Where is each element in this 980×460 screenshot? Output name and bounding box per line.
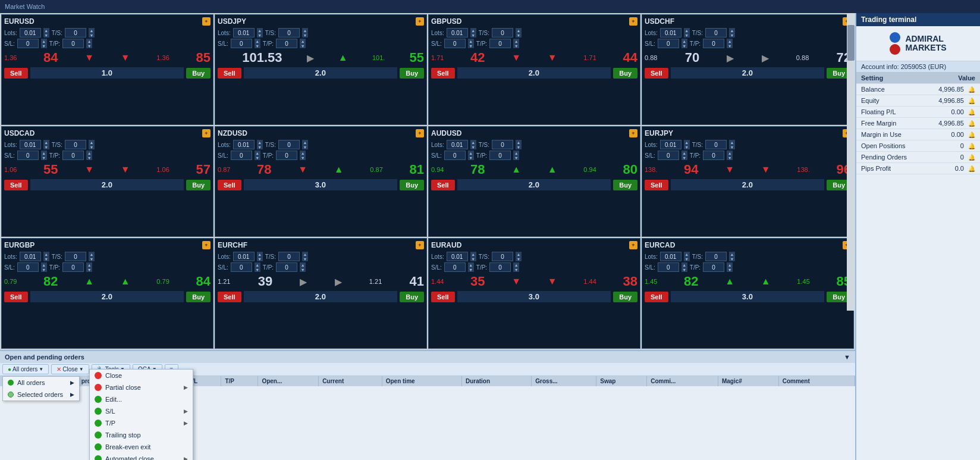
lots-down[interactable]: ▼ [43,256,49,261]
tp-input[interactable] [703,151,724,160]
sell-button[interactable]: Sell [218,292,241,302]
lots-down[interactable]: ▼ [257,256,263,261]
lots-up[interactable]: ▲ [257,252,263,256]
tp-input[interactable] [62,39,84,48]
ts-up[interactable]: ▲ [729,28,735,33]
dropdown-selected-orders[interactable]: Selected orders ▶ [3,389,79,400]
ts-up[interactable]: ▲ [89,28,95,33]
ts-input[interactable] [705,252,727,261]
sl-input[interactable] [658,262,679,272]
tp-down[interactable]: ▼ [513,267,519,272]
tp-up[interactable]: ▲ [727,262,733,267]
lots-up[interactable]: ▲ [257,28,263,33]
tp-down[interactable]: ▼ [300,43,306,48]
ts-input[interactable] [65,252,86,261]
lots-down[interactable]: ▼ [684,256,690,261]
lots-input[interactable] [20,252,41,261]
lots-input[interactable] [20,140,41,149]
sell-button[interactable]: Sell [431,292,455,302]
buy-button[interactable]: Buy [613,180,637,190]
all-orders-button[interactable]: ● All orders ▼ [2,364,49,374]
tp-input[interactable] [62,262,84,272]
sl-down[interactable]: ▼ [255,267,260,272]
ts-input[interactable] [705,28,727,37]
lots-down[interactable]: ▼ [470,33,476,37]
card-plus-icon[interactable]: + [629,241,637,249]
sl-input[interactable] [444,262,466,272]
ts-down[interactable]: ▼ [729,256,735,261]
ctx-menu-item-close[interactable]: Close [90,370,193,381]
ts-down[interactable]: ▼ [302,33,308,37]
ctx-menu-item-t/p[interactable]: T/P ▶ [90,417,193,429]
col-magic-[interactable]: Magic# [718,376,778,386]
ts-up[interactable]: ▲ [302,252,308,256]
lots-input[interactable] [660,28,681,37]
lots-down[interactable]: ▼ [684,145,690,149]
tp-up[interactable]: ▲ [513,262,519,267]
sl-down[interactable]: ▼ [255,155,260,160]
card-plus-icon[interactable]: + [629,129,637,137]
tp-up[interactable]: ▲ [513,39,519,43]
lots-up[interactable]: ▲ [43,252,49,256]
sl-input[interactable] [658,39,679,48]
ctx-menu-item-s/l[interactable]: S/L ▶ [90,405,193,417]
close-button[interactable]: ✕ Close ▼ [51,364,89,374]
ts-up[interactable]: ▲ [516,252,522,256]
buy-button[interactable]: Buy [186,180,211,190]
tp-down[interactable]: ▼ [727,43,733,48]
sl-input[interactable] [658,151,679,160]
lots-up[interactable]: ▲ [43,28,49,33]
lots-down[interactable]: ▼ [684,33,690,37]
col-gross---[interactable]: Gross... [532,376,596,386]
sl-up[interactable]: ▲ [255,262,260,267]
col-t-p[interactable]: T/P [221,376,258,386]
sl-up[interactable]: ▲ [255,39,260,43]
col-duration[interactable]: Duration [461,376,531,386]
ts-down[interactable]: ▼ [516,256,522,261]
lots-input[interactable] [233,252,255,261]
col-open-time[interactable]: Open time [382,376,461,386]
card-plus-icon[interactable]: + [629,17,637,26]
lots-up[interactable]: ▲ [470,140,476,145]
sl-input[interactable] [231,262,252,272]
sl-down[interactable]: ▼ [41,43,47,48]
tp-up[interactable]: ▲ [513,151,519,155]
ts-input[interactable] [492,28,513,37]
sl-input[interactable] [17,151,39,160]
ts-down[interactable]: ▼ [89,145,95,149]
tp-input[interactable] [489,39,511,48]
lots-input[interactable] [660,252,681,261]
ctx-menu-item-partial-close[interactable]: Partial close ▶ [90,381,193,393]
lots-down[interactable]: ▼ [470,256,476,261]
lots-up[interactable]: ▲ [684,140,690,145]
lots-down[interactable]: ▼ [43,145,49,149]
lots-input[interactable] [447,252,468,261]
buy-button[interactable]: Buy [613,292,637,302]
tp-down[interactable]: ▼ [300,267,306,272]
sl-input[interactable] [231,151,252,160]
tp-up[interactable]: ▲ [300,151,306,155]
lots-down[interactable]: ▼ [257,145,263,149]
card-plus-icon[interactable]: + [202,129,211,137]
buy-button[interactable]: Buy [186,68,211,79]
buy-button[interactable]: Buy [613,68,637,79]
buy-button[interactable]: Buy [400,292,424,302]
lots-up[interactable]: ▲ [470,28,476,33]
sl-down[interactable]: ▼ [468,155,474,160]
col-swap[interactable]: Swap [596,376,647,386]
lots-input[interactable] [233,28,255,37]
tp-up[interactable]: ▲ [727,39,733,43]
sl-input[interactable] [444,151,466,160]
sl-up[interactable]: ▲ [468,262,474,267]
tp-down[interactable]: ▼ [86,155,92,160]
lots-input[interactable] [660,140,681,149]
tp-input[interactable] [489,262,511,272]
tp-input[interactable] [489,151,511,160]
buy-button[interactable]: Buy [400,68,424,79]
sl-down[interactable]: ▼ [468,267,474,272]
card-plus-icon[interactable]: + [416,129,424,137]
sell-button[interactable]: Sell [431,180,455,190]
buy-button[interactable]: Buy [186,292,211,302]
ts-down[interactable]: ▼ [516,33,522,37]
sl-down[interactable]: ▼ [681,155,687,160]
